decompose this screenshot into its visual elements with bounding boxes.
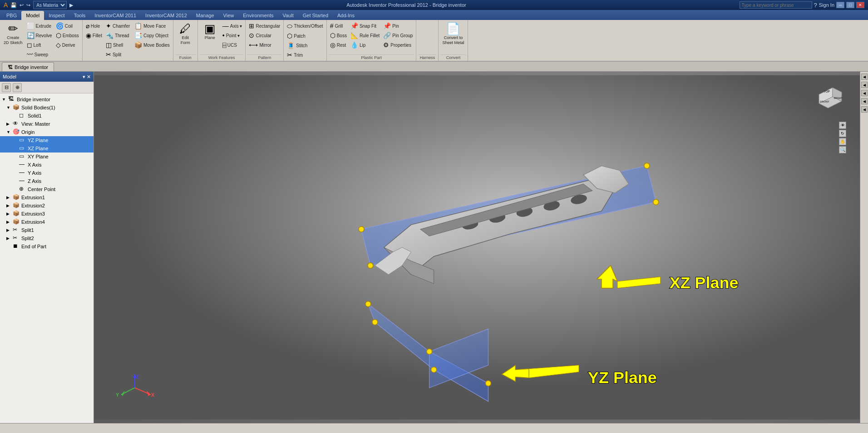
patch-btn[interactable]: ⬡ Patch (286, 31, 324, 40)
nav-orbit-btn[interactable]: ↻ (839, 130, 846, 137)
tab-vault[interactable]: Vault (278, 11, 298, 20)
pin-btn[interactable]: 📌 Pin (382, 21, 414, 30)
emboss-btn[interactable]: ⬡ Emboss (54, 31, 80, 40)
circular-btn[interactable]: ⊙ Circular (247, 31, 281, 40)
yz-plane-handle-5[interactable] (485, 380, 491, 386)
tree-expand-split2[interactable]: ▶ (6, 236, 13, 241)
edit-form-btn[interactable]: 🖊 EditForm (175, 21, 196, 47)
tree-item-split1[interactable]: ▶ ✂ Split1 (0, 226, 94, 234)
right-panel-btn-3[interactable]: ◀ (861, 90, 868, 96)
tree-expand-solid-bodies[interactable]: ▼ (6, 105, 13, 110)
tree-item-yz-plane[interactable]: ▭ YZ Plane (0, 136, 94, 144)
tree-expand-origin[interactable]: ▼ (6, 130, 13, 134)
material-apply-btn[interactable]: ▶ (69, 2, 73, 8)
copy-object-btn[interactable]: 📑 Copy Object (133, 31, 171, 40)
mirror-btn[interactable]: ⟷ Mirror (247, 40, 281, 49)
split-btn[interactable]: ✂ Split (104, 50, 132, 59)
move-face-btn[interactable]: 📋 Move Face (133, 21, 171, 30)
extrude-btn[interactable]: ⬜ Extrude (25, 21, 54, 30)
sidebar-expand-btn[interactable]: ⊕ (13, 83, 22, 92)
move-bodies-btn[interactable]: 📦 Move Bodies (133, 40, 171, 49)
stitch-btn[interactable]: 🧵 Stitch (286, 41, 324, 50)
tree-item-extrusion2[interactable]: ▶ 📦 Extrusion2 (0, 202, 94, 210)
revolve-btn[interactable]: 🔄 Revolve (25, 31, 54, 40)
search-input[interactable] (740, 1, 812, 9)
sidebar-dropdown-icon[interactable]: ▾ (83, 74, 85, 80)
coil-btn[interactable]: 🌀 Coil (54, 21, 80, 30)
yz-plane-handle-3[interactable] (427, 349, 432, 354)
quick-access-undo[interactable]: ↩ (20, 2, 24, 8)
tree-item-view-master[interactable]: ▶ 👁 View: Master (0, 120, 94, 128)
thread-btn[interactable]: 🔩 Thread (104, 31, 132, 40)
tree-item-extrusion4[interactable]: ▶ 📦 Extrusion4 (0, 218, 94, 226)
tab-view[interactable]: View (219, 11, 239, 20)
sidebar-filter-btn[interactable]: ⊟ (2, 83, 11, 92)
bridge-inventor-doc-tab[interactable]: 🏗 Bridge inventor (2, 62, 54, 71)
yz-plane-handle-1[interactable] (365, 301, 371, 307)
tree-item-origin[interactable]: ▼ 🎯 Origin (0, 128, 94, 136)
trim-btn[interactable]: ✂ Trim (286, 50, 324, 59)
material-select[interactable]: As Materia (33, 1, 67, 9)
yz-plane-handle-2[interactable] (372, 320, 378, 325)
window-minimize-btn[interactable]: ─ (836, 2, 844, 8)
tree-expand-extrusion2[interactable]: ▶ (6, 203, 13, 208)
tab-environments[interactable]: Environments (238, 11, 278, 20)
tab-model[interactable]: Model (21, 11, 44, 20)
tree-expand-extrusion1[interactable]: ▶ (6, 195, 13, 200)
rule-fillet-btn[interactable]: 📐 Rule Fillet (349, 31, 381, 40)
tree-item-center-point[interactable]: ⊕ Center Point (0, 185, 94, 193)
nav-pan-btn[interactable]: ✋ (839, 138, 846, 145)
tab-tools[interactable]: Tools (69, 11, 90, 20)
xz-plane-handle-tr[interactable] (644, 163, 650, 168)
pin-group-btn[interactable]: 🔗 Pin Group (382, 31, 414, 40)
lip-btn[interactable]: 💧 Lip (349, 40, 381, 49)
hole-btn[interactable]: ⌀ Hole (84, 21, 104, 30)
shell-btn[interactable]: ◫ Shell (104, 40, 132, 49)
tree-item-z-axis[interactable]: — Z Axis (0, 177, 94, 185)
properties-btn[interactable]: ⚙ Properties (382, 40, 414, 49)
loft-btn[interactable]: ◻ Loft (25, 40, 54, 49)
tab-manage[interactable]: Manage (192, 11, 219, 20)
yz-plane-handle-4[interactable] (431, 367, 437, 373)
derive-btn[interactable]: ◇ Derive (54, 40, 80, 49)
thicken-btn[interactable]: ⬭ Thicken/Offset (286, 21, 324, 31)
fillet-btn[interactable]: ◉ Fillet (84, 31, 104, 40)
tree-item-solid1[interactable]: ◻ Solid1 (0, 112, 94, 120)
rectangular-btn[interactable]: ⊞ Rectangular (247, 21, 281, 30)
tree-item-split2[interactable]: ▶ ✂ Split2 (0, 234, 94, 242)
tree-item-extrusion1[interactable]: ▶ 📦 Extrusion1 (0, 193, 94, 202)
chamfer-btn[interactable]: ✦ Chamfer (104, 21, 132, 30)
create-2d-sketch-btn[interactable]: ✏ Create2D Sketch (2, 21, 25, 47)
sign-in-btn[interactable]: Sign In (819, 2, 834, 8)
tree-item-extrusion3[interactable]: ▶ 📦 Extrusion3 (0, 210, 94, 218)
nav-look-btn[interactable]: 👁 (839, 122, 846, 129)
point-btn[interactable]: • Point ▾ (221, 31, 244, 40)
help-icon[interactable]: ? (814, 2, 817, 9)
xz-plane-handle-bl[interactable] (368, 263, 373, 268)
tab-inventorcam2011[interactable]: InventorCAM 2011 (90, 11, 141, 20)
right-panel-btn-4[interactable]: ◀ (861, 98, 868, 104)
quick-access-save[interactable]: 💾 (10, 2, 17, 8)
tree-expand-split1[interactable]: ▶ (6, 228, 13, 232)
tab-inventorcam2012[interactable]: InventorCAM 2012 (141, 11, 192, 20)
sidebar-close-btn[interactable]: ✕ (87, 74, 91, 80)
tree-item-xy-plane[interactable]: ▭ XY Plane (0, 153, 94, 161)
xz-plane-handle-br[interactable] (653, 199, 659, 205)
tree-item-y-axis[interactable]: — Y Axis (0, 169, 94, 177)
rest-btn[interactable]: ◎ Rest (329, 40, 348, 49)
boss-btn[interactable]: ⬡ Boss (329, 31, 348, 40)
window-restore-btn[interactable]: □ (846, 2, 854, 8)
tree-item-end-of-part[interactable]: ⏹ End of Part (0, 242, 94, 251)
tab-pbg[interactable]: PBG (2, 11, 21, 20)
viewport-3d[interactable]: XZ Plane YZ Plane Z X Y (94, 72, 860, 423)
right-panel-btn-5[interactable]: ◀ (861, 106, 868, 113)
tree-expand-extrusion3[interactable]: ▶ (6, 212, 13, 216)
viewcube[interactable]: TOP FRONT RIGHT (810, 81, 846, 117)
tree-item-xz-plane[interactable]: ▭ XZ Plane (0, 144, 94, 153)
sweep-btn[interactable]: 〰 Sweep (25, 50, 54, 59)
nav-zoom-btn[interactable]: 🔍 (839, 146, 846, 153)
grill-btn[interactable]: # Grill (329, 21, 348, 30)
axis-btn[interactable]: — Axis ▾ (221, 21, 244, 30)
convert-sheet-metal-btn[interactable]: 📄 Convert toSheet Metal (440, 21, 466, 47)
window-close-btn[interactable]: ✕ (856, 2, 864, 8)
